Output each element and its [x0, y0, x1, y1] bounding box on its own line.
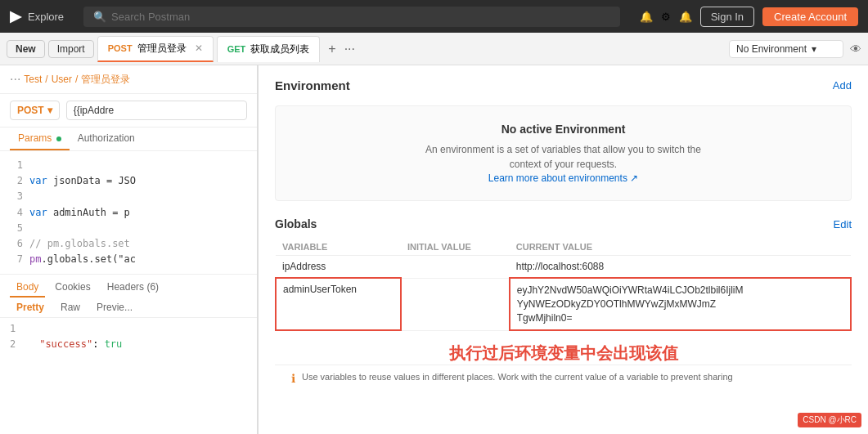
learn-more-link[interactable]: Learn more about environments ↗	[488, 172, 638, 184]
initial-cell-token	[401, 278, 510, 330]
sign-in-button[interactable]: Sign In	[700, 7, 754, 27]
env-label: No Environment	[736, 43, 807, 55]
bell-icon[interactable]: 🔔	[679, 11, 692, 23]
line-num: 5	[10, 221, 23, 236]
add-environment-link[interactable]: Add	[833, 79, 852, 92]
create-account-button[interactable]: Create Account	[762, 7, 858, 26]
table-header-row: VARIABLE INITIAL VALUE CURRENT VALUE	[276, 239, 851, 256]
edit-globals-link[interactable]: Edit	[834, 218, 852, 230]
csdn-badge: CSDN @小RC	[798, 413, 861, 427]
top-bar-left: ▶ Explore	[10, 7, 64, 25]
tab-member-list[interactable]: GET 获取成员列表	[217, 36, 321, 62]
method-label-get: GET	[227, 44, 246, 54]
eye-icon[interactable]: 👁	[850, 43, 861, 56]
params-tab[interactable]: Params	[10, 128, 70, 150]
new-button[interactable]: New	[7, 40, 45, 58]
response-area: 1 2 "success": tru	[0, 318, 257, 434]
request-tabs: Params Authorization	[0, 128, 257, 151]
settings-icon[interactable]: ⚙	[661, 11, 671, 23]
environment-title: Environment	[275, 78, 350, 92]
cookies-tab[interactable]: Cookies	[48, 278, 97, 298]
top-bar-right: 🔔 ⚙ 🔔 Sign In Create Account	[640, 7, 858, 27]
line-num: 1	[10, 158, 23, 173]
code-token: var	[29, 207, 53, 218]
col-initial: INITIAL VALUE	[401, 239, 510, 256]
method-dropdown[interactable]: POST ▾	[10, 101, 60, 120]
environment-header: Environment Add	[275, 78, 852, 92]
pretty-tab[interactable]: Pretty	[10, 299, 51, 315]
resp-value: tru	[105, 338, 123, 350]
breadcrumb-user[interactable]: User	[52, 74, 72, 85]
raw-tab[interactable]: Raw	[54, 299, 87, 315]
code-line-7: 7 pm.globals.set("ac	[10, 252, 247, 267]
var-cell-token: adminUserToken	[276, 278, 401, 330]
preview-tab[interactable]: Previe...	[90, 299, 139, 315]
current-cell-token: eyJhY2NvdW50aWQiOiYWRtaW4iLCJOb2tlbil6Ij…	[510, 278, 851, 330]
no-active-env-box: No active Environment An environment is …	[275, 105, 852, 201]
method-label-post: POST	[108, 43, 133, 53]
close-tab-icon[interactable]: ✕	[195, 43, 203, 54]
no-env-title: No active Environment	[292, 123, 834, 136]
table-row: ipAddress http://localhost:6088	[276, 256, 851, 279]
line-num: 3	[10, 189, 23, 204]
footer-text: Use variables to reuse values in differe…	[302, 372, 733, 382]
resp-key: "success"	[39, 338, 92, 350]
main-content: ··· Test / User / 管理员登录 POST ▾ {{ipAddre…	[0, 65, 868, 434]
current-cell-ip: http://localhost:6088	[510, 256, 851, 279]
url-input[interactable]: {{ipAddre	[66, 101, 247, 120]
line-num: 2	[10, 338, 16, 350]
code-line-4: 4 var adminAuth = p	[10, 205, 247, 221]
line-num: 1	[10, 323, 16, 334]
code-editor: 1 2 var jsonData = JSO 3 4 var adminAuth…	[0, 151, 257, 274]
code-token: pm	[29, 253, 41, 265]
breadcrumb-test[interactable]: Test	[24, 74, 42, 85]
dropdown-chevron: ▾	[47, 105, 52, 116]
line-num: 4	[10, 205, 23, 221]
environment-dropdown[interactable]: No Environment ▾	[729, 40, 843, 58]
explore-link[interactable]: Explore	[28, 11, 64, 23]
line-num: 2	[10, 173, 23, 189]
breadcrumb-current: 管理员登录	[81, 73, 130, 87]
sidebar-menu-button[interactable]: ···	[10, 72, 20, 87]
globals-header: Globals Edit	[275, 217, 852, 230]
code-line-2: 2 var jsonData = JSO	[10, 173, 247, 189]
headers-tab[interactable]: Headers (6)	[101, 278, 165, 298]
col-current: CURRENT VALUE	[510, 239, 851, 256]
import-button[interactable]: Import	[48, 40, 94, 58]
params-dot	[56, 136, 61, 141]
code-line-5: 5	[10, 221, 247, 236]
add-tab-button[interactable]: +	[323, 42, 340, 56]
app-logo: ▶	[10, 7, 21, 25]
breadcrumb: ··· Test / User / 管理员登录	[0, 65, 257, 94]
notification-icon[interactable]: 🔔	[640, 11, 653, 23]
breadcrumb-sep1: /	[45, 74, 47, 85]
search-bar[interactable]: 🔍	[83, 7, 620, 27]
body-tab[interactable]: Body	[10, 278, 45, 298]
chevron-down-icon: ▾	[812, 43, 816, 55]
annotation-text: 执行过后环境变量中会出现该值	[275, 342, 852, 365]
sidebar: ··· Test / User / 管理员登录 POST ▾ {{ipAddre…	[0, 65, 258, 434]
var-cell-ip: ipAddress	[276, 256, 401, 279]
more-tabs-button[interactable]: ···	[344, 42, 355, 56]
method-url-row: POST ▾ {{ipAddre	[0, 94, 257, 128]
tab-bar: New Import POST 管理员登录 ✕ GET 获取成员列表 + ···…	[0, 33, 868, 65]
info-footer: ℹ Use variables to reuse values in diffe…	[275, 365, 852, 391]
right-panel: Environment Add No active Environment An…	[258, 65, 868, 434]
tab-bar-right: No Environment ▾ 👁	[729, 40, 861, 58]
line-num: 6	[10, 236, 23, 252]
authorization-tab[interactable]: Authorization	[70, 128, 143, 150]
globals-title: Globals	[275, 217, 317, 230]
method-value: POST	[17, 105, 44, 116]
col-variable: VARIABLE	[276, 239, 401, 256]
code-line-3: 3	[10, 189, 247, 204]
line-num: 7	[10, 252, 23, 267]
no-env-description: An environment is a set of variables tha…	[292, 142, 834, 172]
search-icon: 🔍	[93, 11, 106, 23]
view-format-tabs: Pretty Raw Previe...	[0, 298, 257, 318]
table-row: adminUserToken eyJhY2NvdW50aWQiOiYWRtaW4…	[276, 278, 851, 330]
tab-label-members: 获取成员列表	[250, 43, 309, 56]
top-bar: ▶ Explore 🔍 🔔 ⚙ 🔔 Sign In Create Account	[0, 0, 868, 33]
search-input[interactable]	[111, 11, 610, 23]
initial-cell-ip	[401, 256, 510, 279]
tab-admin-login[interactable]: POST 管理员登录 ✕	[97, 36, 214, 62]
